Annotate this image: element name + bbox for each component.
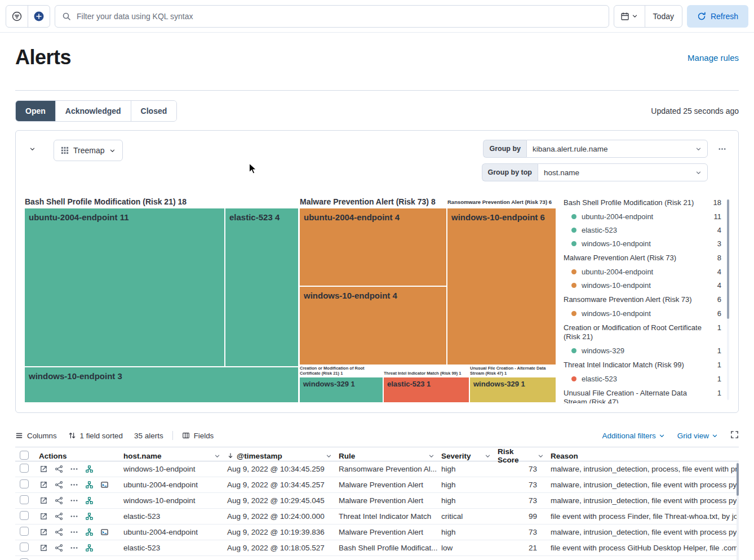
chevron-down-icon — [538, 453, 544, 459]
saved-query-menu-button[interactable] — [6, 6, 28, 27]
analyze-event-icon[interactable] — [85, 481, 94, 490]
timestamp-cell: Aug 9, 2022 @ 10:24:00.000 — [224, 512, 335, 521]
more-actions-icon[interactable] — [69, 544, 78, 553]
legend-scrollbar[interactable] — [727, 199, 729, 400]
expand-alert-icon[interactable] — [39, 544, 48, 553]
col-header-severity[interactable]: Severity — [438, 447, 494, 464]
open-session-view-icon[interactable] — [100, 481, 109, 490]
group-by-select[interactable]: kibana.alert.rule.name — [526, 140, 708, 158]
treemap-group-title: Ransomware Prevention Alert (Risk 73) 6 — [447, 199, 556, 205]
row-checkbox[interactable] — [20, 495, 29, 504]
more-actions-icon[interactable] — [69, 528, 78, 537]
add-filter-button[interactable] — [28, 6, 50, 27]
table-scrollbar[interactable] — [737, 462, 739, 560]
reason-cell: file event with process Finder, file Thr… — [547, 512, 739, 521]
col-header-rule[interactable]: Rule — [335, 447, 438, 464]
sort-fields-button[interactable]: 1 field sorted — [68, 432, 123, 440]
row-checkbox[interactable] — [20, 479, 29, 488]
collapse-chart-button[interactable] — [29, 145, 36, 154]
tab-closed[interactable]: Closed — [131, 101, 177, 121]
analyze-event-icon[interactable] — [85, 496, 94, 505]
col-header-timestamp[interactable]: @timestamp — [224, 447, 335, 464]
row-checkbox[interactable] — [20, 464, 29, 473]
more-actions-icon[interactable] — [69, 465, 78, 474]
table-row: ubuntu-2004-endpoint — [15, 556, 739, 560]
table-row: ubuntu-2004-endpointAug 9, 2022 @ 10:34:… — [15, 477, 739, 493]
investigate-in-timeline-icon[interactable] — [54, 496, 63, 505]
legend-group-title: Malware Prevention Alert (Risk 73)8 — [564, 254, 721, 263]
fullscreen-button[interactable] — [730, 430, 739, 441]
treemap-group-title: Unusual File Creation - Alternate Data S… — [470, 366, 556, 376]
expand-alert-icon[interactable] — [39, 528, 48, 537]
reason-cell: file event with process GitHub Desktop H… — [547, 544, 739, 552]
more-actions-icon[interactable] — [69, 512, 78, 521]
row-checkbox[interactable] — [20, 543, 29, 552]
legend-item[interactable]: windows-10-endpoint4 — [564, 281, 721, 290]
analyze-event-icon[interactable] — [85, 528, 94, 537]
treemap-block[interactable]: elastic-523 1 — [384, 377, 469, 402]
legend-item[interactable]: windows-10-endpoint6 — [564, 309, 721, 318]
legend-item[interactable]: windows-3291 — [564, 346, 721, 355]
investigate-in-timeline-icon[interactable] — [54, 544, 63, 553]
investigate-in-timeline-icon[interactable] — [54, 481, 63, 490]
chart-options-button[interactable] — [715, 141, 729, 156]
grid-view-button[interactable]: Grid view — [677, 432, 718, 440]
today-button[interactable]: Today — [645, 6, 682, 27]
treemap-block[interactable]: windows-10-endpoint 6 — [447, 208, 556, 365]
row-checkbox[interactable] — [20, 511, 29, 520]
refresh-button[interactable]: Refresh — [687, 5, 748, 28]
kql-search-input[interactable] — [76, 11, 602, 21]
investigate-in-timeline-icon[interactable] — [54, 512, 63, 521]
date-picker-button[interactable] — [614, 6, 645, 27]
tab-acknowledged[interactable]: Acknowledged — [56, 101, 131, 121]
analyze-event-icon[interactable] — [85, 465, 94, 474]
manage-rules-link[interactable]: Manage rules — [688, 53, 739, 63]
expand-alert-icon[interactable] — [39, 481, 48, 490]
analyze-event-icon[interactable] — [85, 512, 94, 521]
analyze-event-icon[interactable] — [85, 544, 94, 553]
col-header-reason[interactable]: Reason — [547, 447, 739, 464]
investigate-in-timeline-icon[interactable] — [54, 465, 63, 474]
legend-item[interactable]: ubuntu-2004-endpoint11 — [564, 212, 721, 221]
table-row: elastic-523Aug 9, 2022 @ 10:18:05.527Bas… — [15, 540, 739, 556]
more-actions-icon[interactable] — [69, 496, 78, 505]
treemap-block[interactable]: windows-10-endpoint 4 — [300, 287, 446, 365]
legend-item[interactable]: ubuntu-2004-endpoint4 — [564, 268, 721, 276]
row-actions — [36, 544, 120, 553]
legend-item[interactable]: elastic-5234 — [564, 226, 721, 234]
severity-cell: high — [438, 481, 494, 489]
treemap-block[interactable]: windows-10-endpoint 3 — [25, 367, 298, 402]
fields-button[interactable]: Fields — [182, 432, 214, 440]
expand-alert-icon[interactable] — [39, 512, 48, 521]
expand-alert-icon[interactable] — [39, 496, 48, 505]
group-by-top-select[interactable]: host.name — [538, 163, 708, 181]
expand-alert-icon[interactable] — [39, 465, 48, 474]
legend-color-dot — [571, 214, 576, 219]
legend-color-dot — [571, 376, 576, 381]
treemap-block[interactable]: windows-329 1 — [470, 377, 556, 402]
additional-filters-button[interactable]: Additional filters — [602, 432, 664, 440]
row-actions — [36, 481, 120, 490]
chevron-down-icon — [109, 148, 116, 154]
treemap-block[interactable]: elastic-523 4 — [225, 208, 298, 366]
more-actions-icon[interactable] — [69, 481, 78, 490]
chevron-down-icon — [214, 453, 220, 459]
select-all-checkbox[interactable] — [20, 451, 29, 460]
treemap-block[interactable]: ubuntu-2004-endpoint 4 — [300, 208, 446, 286]
treemap-block[interactable]: ubuntu-2004-endpoint 11 — [25, 208, 224, 366]
legend-item[interactable]: windows-10-endpoint3 — [564, 239, 721, 248]
investigate-in-timeline-icon[interactable] — [54, 528, 63, 537]
columns-button[interactable]: Columns — [15, 432, 57, 440]
group-by-top-value: host.name — [544, 168, 695, 177]
search-toolbar: Today Refresh — [0, 0, 754, 33]
legend-item[interactable]: elastic-5231 — [564, 375, 721, 383]
tab-open[interactable]: Open — [16, 101, 56, 121]
open-session-view-icon[interactable] — [100, 528, 109, 537]
col-header-host-name[interactable]: host.name — [120, 447, 224, 464]
col-header-risk-score[interactable]: Risk Score — [494, 447, 547, 464]
row-checkbox[interactable] — [20, 527, 29, 536]
host-name-cell: windows-10-endpoint — [120, 465, 224, 473]
treemap-block[interactable]: windows-329 1 — [300, 377, 383, 402]
chart-type-select[interactable]: Treemap — [54, 140, 123, 161]
group-by-value: kibana.alert.rule.name — [533, 145, 695, 153]
